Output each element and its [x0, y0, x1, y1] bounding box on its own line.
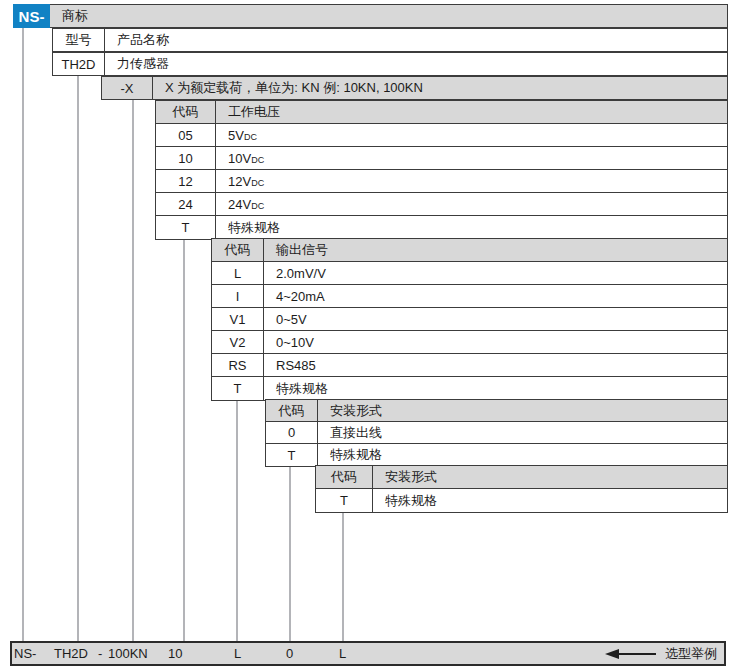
row-value-label: 特殊规格: [276, 380, 328, 398]
row-code: T: [266, 444, 318, 466]
trademark-label: 商标: [62, 7, 88, 25]
row-value-label: 特殊规格: [228, 219, 280, 237]
value-header-label: 安装形式: [330, 402, 382, 420]
row-value-sub: DC: [244, 128, 257, 142]
row-value: 10VDC: [216, 147, 727, 169]
row-code-label: 0: [288, 425, 295, 440]
code-header-label: 代码: [173, 103, 199, 121]
row-value-label: 2.0mV/V: [276, 266, 326, 281]
row-value-label: 5V: [228, 128, 244, 143]
connector-line-mounting: [289, 465, 291, 641]
table-row: RS RS485: [212, 354, 727, 377]
value-header: 工作电压: [216, 101, 727, 123]
model-desc: 力传感器: [117, 55, 169, 73]
row-code-label: 10: [178, 151, 192, 166]
table-row: 24 24VDC: [156, 193, 727, 216]
row-code: V2: [212, 331, 264, 353]
connector-line-brand: [22, 28, 24, 641]
row-code-label: RS: [228, 358, 246, 373]
selection-diagram: NS- 商标 型号 产品名称 TH2D 力传感器 -X X 为额定载荷，单位为:…: [0, 0, 735, 670]
example-part-special: L: [339, 643, 346, 664]
mounting2-table: 代码 安装形式 T 特殊规格: [315, 465, 728, 513]
row-code-label: V1: [230, 312, 246, 327]
trademark-row: 商标: [49, 4, 728, 28]
row-value-label: 0~10V: [276, 335, 314, 350]
model-code-cell: TH2D: [53, 53, 105, 75]
row-code-label: I: [236, 289, 240, 304]
model-field-desc: 产品名称: [117, 31, 169, 49]
table-row: 12 12VDC: [156, 170, 727, 193]
row-value: 特殊规格: [373, 489, 727, 512]
code-header: 代码: [212, 239, 264, 261]
voltage-table: 代码 工作电压 05 5VDC 10 10VDC 12 12VDC 24 24V…: [155, 100, 728, 240]
code-header: 代码: [266, 400, 318, 421]
value-header-label: 安装形式: [385, 468, 437, 486]
model-field-cell: 型号: [53, 29, 105, 51]
row-code: I: [212, 285, 264, 307]
model-field-label: 型号: [66, 31, 92, 49]
row-code: L: [212, 262, 264, 284]
row-code: 24: [156, 193, 216, 215]
row-code-label: T: [288, 448, 296, 463]
row-value-sub: DC: [251, 151, 264, 165]
row-code-label: T: [182, 220, 190, 235]
load-desc-cell: X 为额定载荷，单位为: KN 例: 10KN, 100KN: [153, 77, 727, 99]
table-row: I 4~20mA: [212, 285, 727, 308]
example-part-voltage: 10: [168, 643, 182, 664]
mounting-table: 代码 安装形式 0 直接出线 T 特殊规格: [265, 399, 728, 467]
table-header-row: 代码 工作电压: [156, 101, 727, 124]
table-row: L 2.0mV/V: [212, 262, 727, 285]
table-row: T 特殊规格: [266, 444, 727, 466]
table-header-row: 代码 安装形式: [316, 466, 727, 489]
example-part-brand: NS-: [14, 643, 36, 664]
connector-line-load: [132, 100, 134, 641]
table-row: T 特殊规格: [212, 377, 727, 400]
example-caption-group: 选型举例: [605, 643, 717, 664]
row-value: 2.0mV/V: [264, 262, 727, 284]
example-part-model: TH2D: [54, 643, 88, 664]
connector-line-model: [77, 76, 79, 641]
row-code-label: T: [234, 381, 242, 396]
row-value-label: 特殊规格: [330, 446, 382, 464]
row-value: 特殊规格: [318, 444, 727, 466]
row-value-label: 10V: [228, 151, 251, 166]
left-arrow-icon: [605, 649, 656, 659]
table-row: 10 10VDC: [156, 147, 727, 170]
value-header-label: 输出信号: [276, 241, 328, 259]
row-value-label: 0~5V: [276, 312, 307, 327]
row-code: V1: [212, 308, 264, 330]
row-value-label: 特殊规格: [385, 492, 437, 510]
load-code: -X: [121, 81, 134, 96]
brand-code: NS-: [19, 8, 45, 25]
row-value-sub: DC: [251, 197, 264, 211]
row-value-sub: DC: [251, 174, 264, 188]
row-value: RS485: [264, 354, 727, 376]
row-code-label: V2: [230, 335, 246, 350]
table-header-row: 代码 输出信号: [212, 239, 727, 262]
load-desc: X 为额定载荷，单位为: KN 例: 10KN, 100KN: [165, 79, 423, 97]
signal-table: 代码 输出信号 L 2.0mV/V I 4~20mA V1 0~5V V2 0~…: [211, 238, 728, 401]
row-value-label: 直接出线: [330, 424, 382, 442]
table-row: V2 0~10V: [212, 331, 727, 354]
row-value: 0~10V: [264, 331, 727, 353]
table-row: 05 5VDC: [156, 124, 727, 147]
row-code: 0: [266, 422, 318, 443]
row-value-label: 24V: [228, 197, 251, 212]
value-header: 输出信号: [264, 239, 727, 261]
table-header-row: 代码 安装形式: [266, 400, 727, 422]
connector-line-voltage: [183, 238, 185, 641]
model-code: TH2D: [62, 57, 96, 72]
row-code-label: L: [234, 266, 241, 281]
load-code-cell: -X: [102, 77, 153, 99]
table-row: 0 直接出线: [266, 422, 727, 444]
example-part-mounting: 0: [286, 643, 293, 664]
row-value: 4~20mA: [264, 285, 727, 307]
row-code-label: 24: [178, 197, 192, 212]
table-row: T 特殊规格: [156, 216, 727, 239]
code-header-label: 代码: [225, 241, 251, 259]
table-row: V1 0~5V: [212, 308, 727, 331]
row-code-label: 05: [178, 128, 192, 143]
example-part-dash: -: [98, 643, 102, 664]
row-value: 0~5V: [264, 308, 727, 330]
row-value: 12VDC: [216, 170, 727, 192]
